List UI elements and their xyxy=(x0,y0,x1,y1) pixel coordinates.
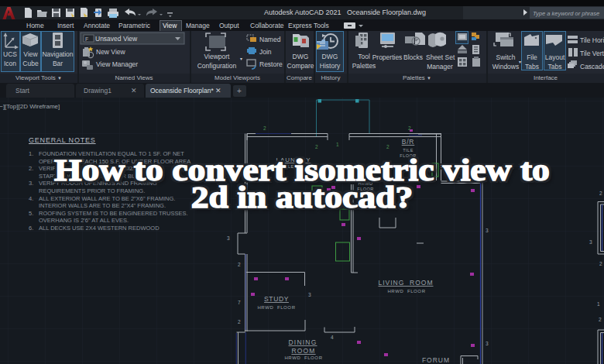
svg-text:3: 3 xyxy=(486,341,489,346)
svg-text:DINING: DINING xyxy=(289,338,317,346)
svg-text:2: 2 xyxy=(386,144,390,149)
svg-text:7: 7 xyxy=(238,300,241,305)
svg-text:STUDY: STUDY xyxy=(264,295,289,303)
svg-text:2: 2 xyxy=(315,144,318,149)
svg-text:2: 2 xyxy=(408,125,411,131)
svg-text:2: 2 xyxy=(599,317,602,322)
svg-text:1: 1 xyxy=(597,301,600,307)
svg-text:3: 3 xyxy=(227,235,230,241)
svg-text:HRWD FLOOR: HRWD FLOOR xyxy=(387,289,425,294)
svg-text:TILE: TILE xyxy=(403,148,414,153)
svg-text:B/R: B/R xyxy=(402,138,415,146)
svg-text:2: 2 xyxy=(263,125,266,131)
svg-text:ROOM: ROOM xyxy=(291,347,315,355)
svg-text:4: 4 xyxy=(331,335,334,340)
svg-text:2: 2 xyxy=(238,319,241,325)
svg-text:3: 3 xyxy=(308,292,311,297)
svg-text:2: 2 xyxy=(238,262,241,267)
svg-text:HRWD FLOOR: HRWD FLOOR xyxy=(284,355,322,360)
svg-text:1: 1 xyxy=(336,142,339,147)
svg-text:3: 3 xyxy=(486,228,489,233)
svg-text:FORUM: FORUM xyxy=(422,356,450,364)
svg-text:HRWD FLOOR: HRWD FLOOR xyxy=(257,305,295,310)
svg-text:LIVING ROOM: LIVING ROOM xyxy=(378,279,433,287)
svg-text:3: 3 xyxy=(589,239,592,245)
svg-text:F: F xyxy=(85,36,88,42)
svg-text:2: 2 xyxy=(599,261,602,266)
